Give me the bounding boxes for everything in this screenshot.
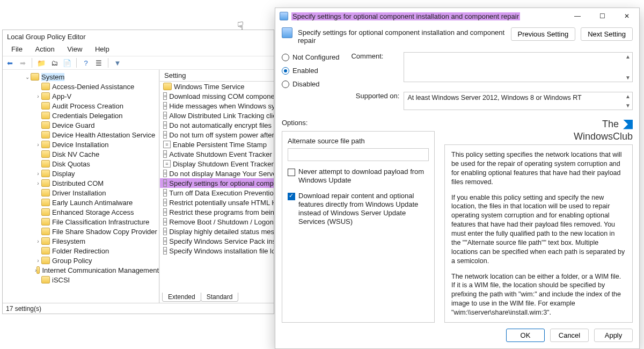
gp-menubar: File Action View Help (3, 44, 274, 56)
ok-button[interactable]: OK (506, 329, 545, 342)
apply-button[interactable]: Apply (594, 329, 633, 342)
help-text[interactable]: This policy setting specifies the networ… (444, 144, 633, 323)
tree-node[interactable]: Enhanced Storage Access (3, 207, 159, 217)
tree-node[interactable]: Credentials Delegation (3, 111, 159, 120)
comment-textarea[interactable]: ▲ ▼ (404, 52, 633, 82)
policy-item-icon: ≡ (163, 170, 167, 177)
chevron-down-icon[interactable]: ⌄ (24, 74, 31, 80)
tab-extended[interactable]: Extended (162, 293, 201, 302)
policy-dialog-titlebar[interactable]: Specify settings for optional component … (275, 8, 639, 24)
maximize-icon[interactable]: ☐ (590, 8, 614, 24)
setting-row[interactable]: Windows Time Service (160, 82, 274, 91)
policy-item-icon: ≡ (163, 131, 167, 139)
never-download-checkbox[interactable]: Never attempt to download payload from W… (288, 168, 429, 185)
setting-row[interactable]: ≡Hide messages when Windows syste (160, 101, 274, 111)
chevron-right-icon[interactable]: › (35, 171, 41, 177)
next-setting-button[interactable]: Next Setting (581, 27, 633, 41)
gp-tree[interactable]: ⌄SystemAccess-Denied Assistance›App-VAud… (3, 70, 159, 303)
scroll-up-icon[interactable]: ▲ (625, 54, 631, 60)
policy-item-icon: ≡ (163, 199, 167, 206)
policy-dialog-title: Specify settings for optional component … (291, 12, 520, 20)
tree-node[interactable]: Device Health Attestation Service (3, 130, 159, 140)
tree-node[interactable]: Device Guard (3, 120, 159, 130)
show-hide-tree-icon[interactable]: 🗂 (49, 58, 59, 68)
setting-label: Hide messages when Windows syste (169, 102, 274, 110)
tree-node[interactable]: ›Distributed COM (3, 178, 159, 188)
radio-enabled[interactable]: Enabled (282, 67, 339, 75)
folder-icon (41, 276, 50, 283)
tree-node[interactable]: Audit Process Creation (3, 101, 159, 111)
supported-on-label: Supported on: (351, 92, 399, 100)
tree-node[interactable]: Access-Denied Assistance (3, 82, 159, 91)
setting-row[interactable]: ≡Restrict potentially unsafe HTML He (160, 198, 274, 207)
chevron-right-icon[interactable]: › (35, 180, 41, 186)
tree-node[interactable]: ›Filesystem (3, 236, 159, 246)
back-icon[interactable]: ⬅ (5, 58, 14, 68)
setting-row[interactable]: ≡Activate Shutdown Event Tracker Sys (160, 149, 274, 159)
setting-row[interactable]: ≡Download missing COM componer (160, 91, 274, 101)
properties-icon[interactable]: ☰ (94, 58, 104, 68)
forward-icon[interactable]: ➡ (18, 58, 27, 68)
tree-node[interactable]: File Share Shadow Copy Provider (3, 227, 159, 236)
tree-node[interactable]: Disk Quotas (3, 159, 159, 169)
scroll-down-icon[interactable]: ▼ (625, 103, 631, 108)
close-icon[interactable]: ✕ (614, 8, 639, 24)
tree-node[interactable]: ›Internet Communication Management (3, 265, 159, 275)
tree-node[interactable]: Early Launch Antimalware (3, 198, 159, 207)
chevron-right-icon[interactable]: › (35, 258, 41, 264)
setting-row[interactable]: ≡Do not turn off system power after a (160, 130, 274, 140)
alt-path-input[interactable] (288, 148, 429, 161)
setting-row[interactable]: ≡Do not automatically encrypt files m (160, 120, 274, 130)
setting-row[interactable]: ≡Turn off Data Execution Prevention fo (160, 188, 274, 198)
checkbox-icon (288, 169, 295, 176)
tree-node[interactable]: File Classification Infrastructure (3, 217, 159, 227)
radio-not-configured[interactable]: Not Configured (282, 53, 339, 61)
tree-node[interactable]: Folder Redirection (3, 246, 159, 256)
setting-row[interactable]: ≡Do not display Manage Your Server p (160, 169, 274, 178)
cancel-button[interactable]: Cancel (550, 329, 589, 342)
help-icon[interactable]: ? (81, 58, 91, 68)
setting-row[interactable]: ≡Specify Windows installation file loc (160, 246, 274, 256)
tree-node[interactable]: ›Group Policy (3, 256, 159, 265)
radio-label: Disabled (292, 80, 320, 88)
settings-column-header[interactable]: Setting (160, 70, 274, 82)
setting-row[interactable]: ≡Display Shutdown Event Tracker (160, 159, 274, 169)
tree-node[interactable]: iSCSI (3, 275, 159, 285)
settings-list[interactable]: Windows Time Service≡Download missing CO… (160, 82, 274, 256)
tree-node[interactable]: Disk NV Cache (3, 149, 159, 159)
tree-node[interactable]: ›Display (3, 169, 159, 178)
menu-file[interactable]: File (6, 44, 28, 54)
tab-standard[interactable]: Standard (201, 293, 239, 302)
chevron-right-icon[interactable]: › (35, 142, 41, 148)
wsus-checkbox[interactable]: Download repair content and optional fea… (288, 192, 429, 227)
setting-row[interactable]: ≡Remove Boot / Shutdown / Logon / (160, 217, 274, 227)
export-list-icon[interactable]: 📄 (62, 58, 72, 68)
gp-settings-pane: Setting Windows Time Service≡Download mi… (159, 70, 274, 303)
chevron-right-icon[interactable]: › (35, 238, 41, 244)
setting-row[interactable]: ≡Display highly detailed status messa (160, 227, 274, 236)
menu-help[interactable]: Help (90, 44, 115, 54)
toolbar-sep (108, 58, 108, 68)
radio-icon (282, 67, 289, 75)
menu-view[interactable]: View (62, 44, 87, 54)
tree-node[interactable]: Driver Installation (3, 188, 159, 198)
setting-row[interactable]: ≡Restrict these programs from being (160, 207, 274, 217)
setting-row[interactable]: ≡Specify Windows Service Pack instal (160, 236, 274, 246)
setting-row[interactable]: ≡Specify settings for optional compo (160, 178, 274, 188)
minimize-icon[interactable]: — (565, 8, 590, 24)
tree-node[interactable]: ›App-V (3, 91, 159, 101)
previous-setting-button[interactable]: Previous Setting (511, 27, 576, 41)
up-folder-icon[interactable]: 📁 (36, 58, 46, 68)
tree-node-label: Early Launch Antimalware (52, 199, 133, 207)
chevron-right-icon[interactable]: › (35, 93, 41, 99)
radio-disabled[interactable]: Disabled (282, 80, 339, 88)
tree-node-system[interactable]: System (41, 73, 64, 81)
setting-label: Turn off Data Execution Prevention fo (169, 189, 274, 197)
tree-node[interactable]: ›Device Installation (3, 140, 159, 149)
scroll-up-icon[interactable]: ▲ (625, 93, 631, 99)
setting-row[interactable]: ≡Allow Distributed Link Tracking clier (160, 111, 274, 120)
setting-row[interactable]: ≡Enable Persistent Time Stamp (160, 140, 274, 149)
menu-action[interactable]: Action (30, 44, 60, 54)
filter-icon[interactable]: ▼ (113, 58, 122, 68)
scroll-down-icon[interactable]: ▼ (625, 75, 631, 81)
